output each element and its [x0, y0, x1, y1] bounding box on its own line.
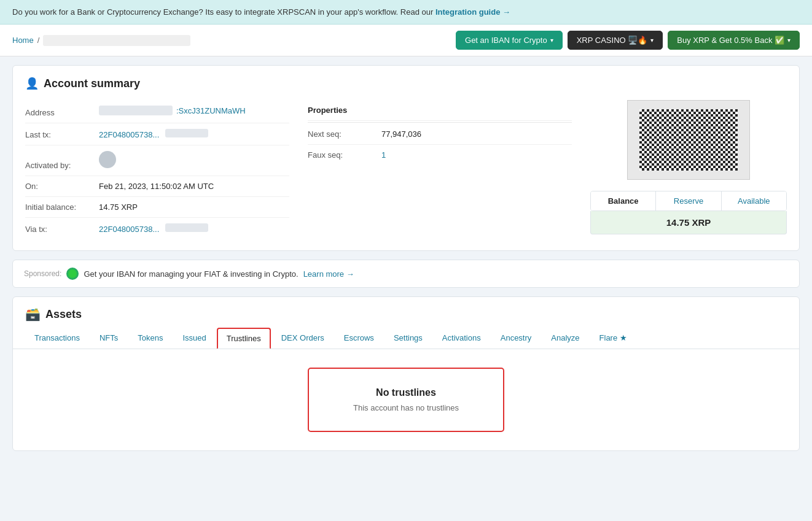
assets-tabs: Transactions NFTs Tokens Issued Trustlin…: [13, 322, 799, 349]
via-tx-blur: [165, 223, 208, 232]
integration-guide-link[interactable]: Integration guide →: [435, 7, 510, 17]
iban-chevron-icon: ▾: [550, 37, 553, 44]
initial-balance-label: Initial balance:: [25, 203, 93, 212]
user-icon: 👤: [25, 77, 39, 90]
address-value: :SxcJ31ZUNMaWH: [99, 106, 246, 115]
learn-more-link[interactable]: Learn more →: [303, 269, 354, 279]
tab-ancestry[interactable]: Ancestry: [491, 328, 541, 349]
activated-by-label: Activated by:: [25, 161, 93, 170]
avatar: [99, 151, 116, 168]
account-middle: Properties Next seq: 77,947,036 Faux seq…: [308, 100, 590, 239]
last-tx-row: Last tx: 22F048005738...: [25, 123, 289, 145]
qr-code: [627, 100, 750, 180]
available-tab-label: Available: [738, 196, 770, 206]
qr-section: Balance Reserve Available 14.75 XRP: [590, 100, 787, 239]
assets-icon: 🗃️: [25, 307, 41, 322]
buy-xrp-chevron-icon: ▾: [787, 37, 791, 44]
tab-flare[interactable]: Flare ★: [590, 328, 636, 349]
no-trustlines-box: No trustlines This account has no trustl…: [308, 368, 504, 432]
last-tx-label: Last tx:: [25, 130, 93, 139]
balance-section: Balance Reserve Available 14.75 XRP: [590, 185, 787, 234]
reserve-tab-label: Reserve: [674, 196, 703, 206]
next-seq-label: Next seq:: [308, 129, 375, 139]
initial-balance-value: 14.75 XRP: [99, 203, 138, 212]
account-grid: Address :SxcJ31ZUNMaWH Last tx: 22F04800…: [25, 100, 787, 239]
balance-tab-reserve[interactable]: Reserve: [656, 191, 721, 210]
via-tx-label: Via tx:: [25, 225, 93, 234]
casino-button[interactable]: XRP CASINO 🖥️🔥 ▾: [568, 31, 663, 50]
home-link[interactable]: Home: [12, 36, 34, 45]
on-label: On:: [25, 182, 93, 191]
buy-xrp-button-label: Buy XRP & Get 0.5% Back ✅: [677, 36, 784, 45]
tab-nfts[interactable]: NFTs: [90, 328, 127, 349]
faux-seq-row: Faux seq: 1: [308, 145, 572, 165]
next-seq-value: 77,947,036: [381, 129, 421, 139]
tab-tokens[interactable]: Tokens: [128, 328, 172, 349]
address-full: :SxcJ31ZUNMaWH: [99, 106, 246, 115]
balance-tab-balance[interactable]: Balance: [591, 191, 656, 210]
tab-activations[interactable]: Activations: [433, 328, 490, 349]
assets-title: Assets: [45, 308, 82, 321]
balance-tab-label: Balance: [608, 196, 639, 206]
tab-trustlines[interactable]: Trustlines: [217, 328, 271, 349]
account-summary-title: 👤 Account summary: [25, 77, 787, 90]
breadcrumb-address: [43, 35, 190, 46]
casino-button-label: XRP CASINO 🖥️🔥: [577, 36, 648, 45]
nav-buttons: Get an IBAN for Crypto ▾ XRP CASINO 🖥️🔥 …: [456, 31, 800, 50]
main-content: 👤 Account summary Address :SxcJ31ZUNMaWH…: [0, 56, 812, 468]
last-tx-value[interactable]: 22F048005738...: [99, 130, 159, 139]
breadcrumb: Home /: [12, 35, 190, 46]
address-row: Address :SxcJ31ZUNMaWH: [25, 100, 289, 123]
properties-title-row: Properties: [308, 100, 572, 121]
tab-transactions[interactable]: Transactions: [25, 328, 89, 349]
balance-value: 14.75 XRP: [590, 211, 787, 234]
iban-button[interactable]: Get an IBAN for Crypto ▾: [456, 31, 563, 50]
next-seq-row: Next seq: 77,947,036: [308, 124, 572, 145]
on-value: Feb 21, 2023, 11:50:02 AM UTC: [99, 182, 214, 191]
breadcrumb-separator: /: [37, 36, 40, 45]
account-title-text: Account summary: [44, 77, 140, 90]
green-dot-icon: [66, 268, 79, 280]
integration-banner: Do you work for a Bank or Cryptocurrency…: [0, 0, 812, 25]
casino-chevron-icon: ▾: [650, 37, 654, 44]
activated-by-row: Activated by:: [25, 145, 289, 176]
tab-dex-orders[interactable]: DEX Orders: [272, 328, 334, 349]
qr-pattern: [639, 109, 738, 171]
trustlines-content: No trustlines This account has no trustl…: [13, 349, 799, 450]
iban-button-label: Get an IBAN for Crypto: [465, 36, 547, 45]
balance-tab-available[interactable]: Available: [722, 191, 786, 210]
properties-title: Properties: [308, 106, 375, 115]
banner-text: Do you work for a Bank or Cryptocurrency…: [12, 7, 435, 17]
tab-analyze[interactable]: Analyze: [542, 328, 588, 349]
flare-tab-label: Flare ★: [599, 333, 627, 342]
address-blur: [99, 106, 173, 115]
initial-balance-row: Initial balance: 14.75 XRP: [25, 197, 289, 218]
top-nav: Home / Get an IBAN for Crypto ▾ XRP CASI…: [0, 25, 812, 56]
via-tx-row: Via tx: 22F048005738...: [25, 218, 289, 239]
via-tx-value[interactable]: 22F048005738...: [99, 225, 159, 234]
faux-seq-label: Faux seq:: [308, 150, 375, 160]
tab-settings[interactable]: Settings: [385, 328, 432, 349]
no-trustlines-subtitle: This account has no trustlines: [327, 403, 485, 412]
sponsored-text: Get your IBAN for managing your FIAT & i…: [84, 269, 298, 279]
sponsored-bar: Sponsored: Get your IBAN for managing yo…: [12, 260, 800, 288]
address-label: Address: [25, 108, 93, 117]
tab-escrows[interactable]: Escrows: [335, 328, 383, 349]
balance-tabs: Balance Reserve Available: [590, 191, 787, 211]
assets-header: 🗃️ Assets: [13, 297, 799, 322]
assets-card: 🗃️ Assets Transactions NFTs Tokens Issue…: [12, 296, 800, 451]
buy-xrp-button[interactable]: Buy XRP & Get 0.5% Back ✅ ▾: [668, 31, 800, 50]
last-tx-blur: [165, 129, 208, 137]
account-left: Address :SxcJ31ZUNMaWH Last tx: 22F04800…: [25, 100, 308, 239]
sponsored-label: Sponsored:: [24, 269, 61, 278]
account-summary-card: 👤 Account summary Address :SxcJ31ZUNMaWH…: [12, 65, 800, 251]
no-trustlines-title: No trustlines: [327, 387, 485, 398]
faux-seq-value[interactable]: 1: [381, 150, 386, 160]
address-suffix[interactable]: :SxcJ31ZUNMaWH: [176, 106, 246, 115]
tab-issued[interactable]: Issued: [173, 328, 215, 349]
on-row: On: Feb 21, 2023, 11:50:02 AM UTC: [25, 176, 289, 197]
